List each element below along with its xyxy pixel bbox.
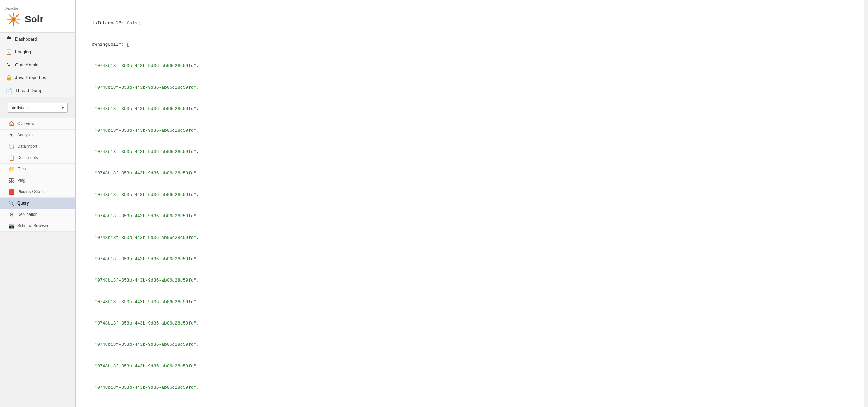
ping-icon: 🖼 xyxy=(8,178,14,183)
files-icon: 📁 xyxy=(8,166,14,172)
dropdown-arrow-icon: ▼ xyxy=(61,106,65,110)
query-icon: 🔍 xyxy=(8,200,14,206)
sub-nav-label-files: Files xyxy=(17,167,26,172)
nav-item-logging[interactable]: 📋 Logging xyxy=(0,45,75,58)
solr-label: Solr xyxy=(25,14,43,25)
uuid-15: "0748b18f-353b-443b-9d36-ab06c28c59fd" xyxy=(94,385,196,390)
uuid-6: "0748b18f-353b-443b-9d36-ab06c28c59fd" xyxy=(94,192,196,197)
sub-nav-label-query: Query xyxy=(17,201,29,206)
sub-nav-label-analysis: Analysis xyxy=(17,133,33,138)
sub-nav-label-schema-browser: Schema Browser xyxy=(17,223,48,228)
sub-nav-analysis[interactable]: ▼ Analysis xyxy=(0,130,75,141)
uuid-11: "0748b18f-353b-443b-9d36-ab06c28c59fd" xyxy=(94,299,196,305)
uuid-2: "0748b18f-353b-443b-9d36-ab06c28c59fd" xyxy=(94,106,196,111)
sub-nav-documents[interactable]: 📋 Documents xyxy=(0,152,75,164)
schema-browser-icon: 📷 xyxy=(8,223,14,229)
right-scrollbar[interactable] xyxy=(864,0,868,407)
nav-item-dashboard[interactable]: 🌩 Dashboard xyxy=(0,33,75,45)
documents-icon: 📋 xyxy=(8,155,14,161)
sidebar: Apache xyxy=(0,0,76,407)
is-internal-value: false xyxy=(127,21,140,26)
overview-icon: 🏠 xyxy=(8,121,14,126)
logging-icon: 📋 xyxy=(5,48,12,55)
uuid-3: "0748b18f-353b-443b-9d36-ab06c28c59fd" xyxy=(94,128,196,133)
sub-nav-label-documents: Documents xyxy=(17,155,38,160)
sub-nav-overview[interactable]: 🏠 Overview xyxy=(0,118,75,130)
sub-nav-label-replication: Replication xyxy=(17,212,37,217)
sub-nav-ping[interactable]: 🖼 Ping xyxy=(0,175,75,186)
apache-label: Apache xyxy=(5,6,70,10)
uuid-8: "0748b18f-353b-443b-9d36-ab06c28c59fd" xyxy=(94,235,196,240)
sub-nav-schema-browser[interactable]: 📷 Schema Browser xyxy=(0,220,75,232)
svg-point-10 xyxy=(12,18,15,21)
nav-label-dashboard: Dashboard xyxy=(15,36,37,42)
main-content: "isInternal": false, "owningColl": [ "07… xyxy=(76,0,864,407)
uuid-7: "0748b18f-353b-443b-9d36-ab06c28c59fd" xyxy=(94,213,196,219)
collection-dropdown-label: statistics xyxy=(11,105,28,110)
nav-label-java-properties: Java Properties xyxy=(15,75,46,80)
svg-line-6 xyxy=(9,22,11,24)
uuid-10: "0748b18f-353b-443b-9d36-ab06c28c59fd" xyxy=(94,278,196,283)
sub-nav-query[interactable]: 🔍 Query xyxy=(0,198,75,209)
uuid-5: "0748b18f-353b-443b-9d36-ab06c28c59fd" xyxy=(94,170,196,176)
logo-area: Apache xyxy=(0,0,75,33)
uuid-12: "0748b18f-353b-443b-9d36-ab06c28c59fd" xyxy=(94,321,196,326)
sub-nav-label-overview: Overview xyxy=(17,121,34,126)
uuid-1: "0748b18f-353b-443b-9d36-ab06c28c59fd" xyxy=(94,85,196,90)
dashboard-icon: 🌩 xyxy=(5,36,12,42)
uuid-4: "0748b18f-353b-443b-9d36-ab06c28c59fd" xyxy=(94,149,196,154)
nav-item-core-admin[interactable]: 🗂 Core Admin xyxy=(0,58,75,71)
nav-label-thread-dump: Thread Dump xyxy=(15,88,42,93)
java-properties-icon: 🔒 xyxy=(5,74,12,81)
replication-icon: ⚙ xyxy=(8,212,14,217)
core-admin-icon: 🗂 xyxy=(5,62,12,68)
nav-label-logging: Logging xyxy=(15,49,31,54)
svg-line-4 xyxy=(16,22,18,24)
solr-logo-icon xyxy=(5,11,22,28)
collection-dropdown[interactable]: statistics ▼ xyxy=(8,103,68,113)
uuid-9: "0748b18f-353b-443b-9d36-ab06c28c59fd" xyxy=(94,256,196,262)
uuid-13: "0748b18f-353b-443b-9d36-ab06c28c59fd" xyxy=(94,342,196,347)
nav-item-java-properties[interactable]: 🔒 Java Properties xyxy=(0,71,75,84)
is-internal-key: "isInternal": xyxy=(84,21,127,26)
nav-item-thread-dump[interactable]: 📄 Thread Dump xyxy=(0,84,75,97)
dataimport-icon: 📑 xyxy=(8,144,14,149)
uuid-14: "0748b18f-353b-443b-9d36-ab06c28c59fd" xyxy=(94,364,196,369)
uuid-0: "0748b18f-353b-443b-9d36-ab06c28c59fd" xyxy=(94,63,196,68)
sub-nav-files[interactable]: 📁 Files xyxy=(0,164,75,175)
json-display: "isInternal": false, "owningColl": [ "07… xyxy=(76,0,864,407)
sub-nav-label-ping: Ping xyxy=(17,178,25,183)
sub-nav-plugins-stats[interactable]: 🟥 Plugins / Stats xyxy=(0,186,75,198)
sub-nav-dataimport[interactable]: 📑 Dataimport xyxy=(0,141,75,152)
plugins-stats-icon: 🟥 xyxy=(8,189,14,195)
thread-dump-icon: 📄 xyxy=(5,87,12,94)
sub-nav-label-dataimport: Dataimport xyxy=(17,144,37,149)
svg-line-8 xyxy=(9,15,11,17)
owning-coll-key: "owningColl": xyxy=(84,42,127,47)
svg-line-2 xyxy=(16,15,18,17)
sub-nav-label-plugins-stats: Plugins / Stats xyxy=(17,189,44,194)
analysis-icon: ▼ xyxy=(8,132,14,138)
sub-nav-replication[interactable]: ⚙ Replication xyxy=(0,209,75,220)
nav-label-core-admin: Core Admin xyxy=(15,62,38,67)
